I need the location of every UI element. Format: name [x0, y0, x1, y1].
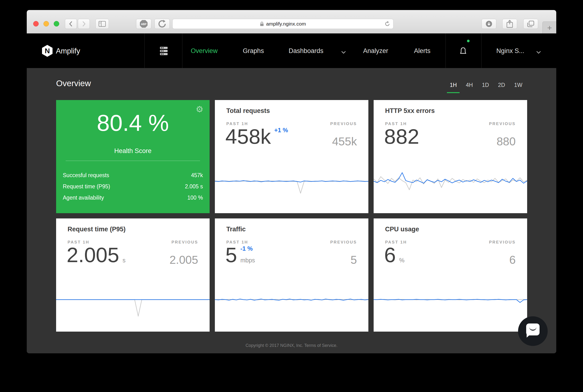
- app-nav-bar: N Amplify Overview Graphs Dashboards Ana…: [27, 34, 556, 68]
- metric-unit: %: [399, 257, 404, 264]
- adblock-extension-button[interactable]: ABP: [136, 19, 151, 29]
- traffic-card: Traffic PAST 1H PREVIOUS 5 -1 % mbps 5: [215, 218, 368, 332]
- total-requests-card: Total requests PAST 1H PREVIOUS 458k +1 …: [215, 100, 368, 213]
- metric-value-row: 2.005 s: [66, 242, 126, 268]
- chevron-down-icon[interactable]: [341, 50, 346, 54]
- nav-item-analyzer[interactable]: Analyzer: [363, 47, 388, 55]
- time-range-1w[interactable]: 1W: [514, 82, 522, 88]
- back-button[interactable]: [65, 19, 77, 29]
- nav-divider: [481, 34, 482, 68]
- screen: ABP amplify.nginx.com: [0, 0, 583, 392]
- downloads-button[interactable]: [482, 19, 496, 29]
- card-title: CPU usage: [385, 226, 419, 233]
- time-range-1d[interactable]: 1D: [482, 82, 489, 88]
- browser-toolbar: ABP amplify.nginx.com: [27, 10, 556, 34]
- sparkline-chart: [56, 290, 210, 328]
- http-5xx-errors-card: HTTP 5xx errors PAST 1H PREVIOUS 882 880: [374, 100, 527, 213]
- sparkline-chart: [374, 172, 527, 209]
- sparkline-chart: [374, 290, 527, 328]
- health-row-label: Agent availability: [63, 192, 104, 204]
- back-chevron-icon: [68, 21, 74, 27]
- previous-value: 6: [509, 253, 516, 266]
- zoom-window-button[interactable]: [54, 21, 59, 26]
- metric-value: 882: [384, 124, 419, 149]
- show-tabs-button[interactable]: [523, 19, 538, 29]
- metric-change: +1 %: [274, 127, 288, 134]
- previous-value: 5: [350, 253, 357, 266]
- time-range-selector: 1H 4H 1D 2D 1W: [450, 82, 522, 88]
- health-row-label: Succesful requests: [63, 170, 109, 181]
- previous-value: 2.005: [170, 253, 198, 266]
- svg-text:ABP: ABP: [141, 23, 146, 26]
- divider: [66, 161, 200, 161]
- account-menu[interactable]: Nginx S...: [496, 47, 524, 55]
- nav-item-alerts[interactable]: Alerts: [414, 47, 430, 55]
- share-button[interactable]: [502, 19, 517, 29]
- metric-change: -1 %: [240, 245, 255, 252]
- forward-chevron-icon: [81, 21, 86, 27]
- time-range-1h[interactable]: 1H: [450, 82, 457, 88]
- card-title: Request time (P95): [68, 226, 126, 233]
- previous-label: PREVIOUS: [489, 240, 516, 245]
- nav-item-dashboards[interactable]: Dashboards: [289, 47, 324, 55]
- plus-icon: +: [547, 23, 552, 32]
- health-row-value: 457k: [191, 170, 203, 181]
- card-title: Traffic: [226, 226, 246, 233]
- circular-arrow-icon: [158, 20, 166, 28]
- metric-value: 5: [225, 242, 237, 268]
- nav-divider: [446, 34, 446, 68]
- nav-divider: [182, 34, 182, 68]
- time-range-4h[interactable]: 4H: [466, 82, 473, 88]
- download-icon: [485, 20, 492, 28]
- card-title: Total requests: [226, 107, 270, 114]
- ghostery-extension-button[interactable]: [154, 19, 170, 29]
- sidebar-toggle-button[interactable]: [96, 19, 109, 29]
- health-row: Request time (P95) 2.005 s: [63, 181, 203, 192]
- previous-label: PREVIOUS: [489, 122, 516, 126]
- metric-value-row: 882: [384, 124, 422, 149]
- nav-divider: [144, 34, 145, 68]
- previous-value: 880: [496, 135, 516, 148]
- copyright-footer: Copyright © 2017 NGINX, Inc. Terms of Se…: [27, 343, 556, 348]
- lock-icon: [260, 22, 264, 26]
- card-title: HTTP 5xx errors: [385, 107, 435, 114]
- address-bar[interactable]: amplify.nginx.com: [172, 19, 394, 29]
- new-tab-button[interactable]: +: [542, 22, 556, 34]
- dashboard-content: Overview 1H 4H 1D 2D 1W ⚙ 80.4 % Health …: [27, 68, 556, 353]
- previous-value: 455k: [332, 135, 357, 148]
- brand-name: Amplify: [56, 47, 80, 56]
- health-row-label: Request time (P95): [63, 181, 110, 192]
- page-title: Overview: [56, 78, 91, 88]
- chat-widget-button[interactable]: [518, 316, 548, 346]
- hosts-list-icon[interactable]: [160, 46, 168, 57]
- sparkline-chart: [215, 290, 368, 328]
- nginx-logo-icon[interactable]: N: [42, 45, 53, 58]
- close-window-button[interactable]: [33, 21, 39, 26]
- sparkline-chart: [215, 172, 368, 209]
- health-detail-rows: Succesful requests 457k Request time (P9…: [63, 170, 203, 204]
- health-row: Succesful requests 457k: [63, 170, 203, 181]
- health-score-card: ⚙ 80.4 % Health Score Succesful requests…: [56, 100, 210, 213]
- reload-icon[interactable]: [384, 21, 390, 27]
- notifications-bell-icon[interactable]: [458, 46, 468, 57]
- health-score-value: 80.4 %: [56, 110, 210, 136]
- request-time-card: Request time (P95) PAST 1H PREVIOUS 2.00…: [56, 218, 210, 332]
- health-score-label: Health Score: [56, 147, 210, 155]
- forward-button[interactable]: [78, 19, 90, 29]
- nav-item-overview[interactable]: Overview: [191, 47, 218, 55]
- metric-value: 2.005: [66, 242, 119, 268]
- nav-item-graphs[interactable]: Graphs: [243, 47, 264, 55]
- minimize-window-button[interactable]: [44, 21, 49, 26]
- health-row-value: 100 %: [188, 192, 203, 204]
- metric-value: 6: [384, 242, 396, 268]
- notification-dot: [467, 40, 470, 42]
- previous-label: PREVIOUS: [172, 240, 198, 245]
- chat-bubble-icon: [526, 324, 540, 336]
- smile-icon: [529, 326, 536, 331]
- metric-unit: s: [122, 257, 126, 264]
- cpu-usage-card: CPU usage PAST 1H PREVIOUS 6 % 6: [374, 218, 527, 332]
- chevron-down-icon[interactable]: [536, 50, 541, 54]
- tabs-icon: [527, 20, 534, 27]
- metric-value-row: 458k +1 %: [225, 124, 288, 149]
- time-range-2d[interactable]: 2D: [498, 82, 505, 88]
